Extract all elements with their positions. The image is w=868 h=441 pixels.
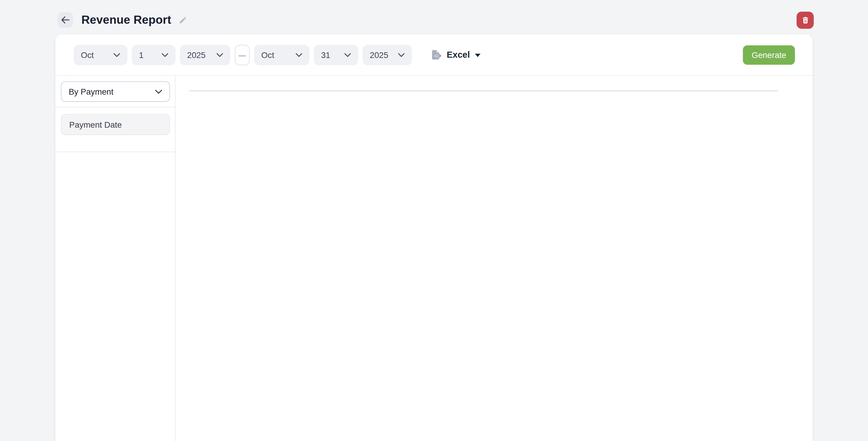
to-day-select[interactable]: 31 <box>314 44 358 65</box>
generate-button[interactable]: Generate <box>743 45 795 64</box>
arrow-left-icon <box>61 16 70 24</box>
chevron-down-icon <box>296 53 302 57</box>
report-content: By Payment Payment Date <box>55 76 813 441</box>
back-button[interactable] <box>58 12 73 28</box>
delete-report-button[interactable] <box>797 12 814 29</box>
group-by-select[interactable]: By Payment <box>61 82 170 102</box>
trash-icon <box>801 16 809 24</box>
chevron-down-icon <box>162 53 168 57</box>
report-card: Oct 1 2025 — Oct 31 2025 <box>55 34 813 441</box>
sidebar-divider <box>55 107 175 107</box>
file-export-icon <box>430 49 442 60</box>
from-month-value: Oct <box>81 50 94 60</box>
locked-field-payment-date: Payment Date <box>61 114 170 135</box>
sidebar-divider <box>55 152 175 152</box>
to-month-value: Oct <box>261 50 274 60</box>
chevron-down-icon <box>155 89 162 94</box>
export-format-label: Excel <box>446 50 470 60</box>
from-day-select[interactable]: 1 <box>132 44 176 65</box>
report-toolbar: Oct 1 2025 — Oct 31 2025 <box>55 34 813 76</box>
from-year-value: 2025 <box>187 50 206 60</box>
date-range-separator: — <box>235 44 250 65</box>
pencil-icon[interactable] <box>179 15 188 24</box>
chevron-down-icon <box>216 53 223 57</box>
from-month-select[interactable]: Oct <box>74 44 127 65</box>
columns-sidebar: By Payment Payment Date <box>55 76 176 441</box>
revenue-report-page: Revenue Report Oct 1 2025 — <box>0 0 868 441</box>
export-format-dropdown[interactable]: Excel <box>430 49 480 60</box>
report-table <box>189 90 778 91</box>
chevron-down-icon <box>344 53 351 57</box>
to-day-value: 31 <box>321 50 330 60</box>
from-day-value: 1 <box>139 50 143 60</box>
from-year-select[interactable]: 2025 <box>180 44 230 65</box>
caret-down-icon <box>475 54 480 57</box>
chevron-down-icon <box>398 53 405 57</box>
page-title: Revenue Report <box>82 13 171 26</box>
report-table-area <box>176 76 813 441</box>
group-by-value: By Payment <box>68 87 113 96</box>
to-year-value: 2025 <box>370 50 388 60</box>
chevron-down-icon <box>114 53 120 57</box>
to-year-select[interactable]: 2025 <box>363 44 412 65</box>
top-bar: Revenue Report <box>0 0 868 34</box>
to-month-select[interactable]: Oct <box>254 44 309 65</box>
